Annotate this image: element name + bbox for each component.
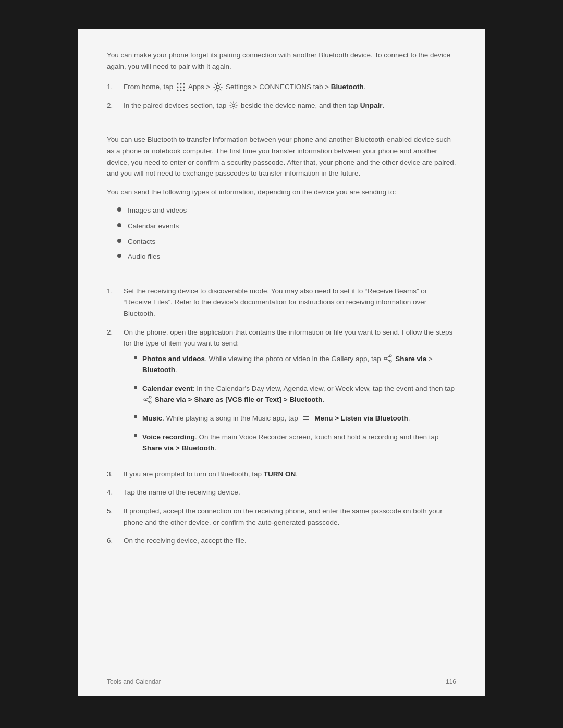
section3-step-1-text: Set the receiving device to discoverable…	[124, 286, 456, 319]
sub-item-music-text: Music. While playing a song in the Music…	[142, 413, 410, 424]
section3-step-3: 3. If you are prompted to turn on Blueto…	[107, 468, 456, 480]
section3-step-1-num: 1.	[107, 286, 124, 319]
section3-step-6-num: 6.	[107, 535, 124, 547]
step-2: 2. In the paired devices section, tap be…	[107, 100, 456, 112]
footer-left: Tools and Calendar	[107, 678, 161, 685]
svg-point-10	[232, 104, 235, 107]
voice-share-label: Share via > Bluetooth	[142, 444, 214, 452]
svg-point-8	[183, 89, 185, 91]
section3-step-1: 1. Set the receiving device to discovera…	[107, 286, 456, 319]
section1-intro: You can make your phone forget its pairi…	[107, 50, 456, 72]
section3-step-2-num: 2.	[107, 327, 124, 461]
section3-step-2: 2. On the phone, open the application th…	[107, 327, 456, 461]
page: You can make your phone forget its pairi…	[78, 29, 485, 696]
step-2-text: In the paired devices section, tap besid…	[124, 100, 456, 112]
voice-bold: Voice recording	[142, 433, 195, 441]
svg-point-13	[389, 360, 391, 362]
turn-on-label: TURN ON	[264, 470, 296, 478]
svg-point-5	[183, 86, 185, 88]
unpair-label: Unpair	[360, 102, 383, 109]
svg-line-19	[146, 398, 149, 399]
sub-item-voice: Voice recording. On the main Voice Recor…	[134, 431, 456, 454]
bullet-text-1: Images and videos	[128, 205, 187, 216]
section3-step-5-num: 5.	[107, 505, 124, 528]
photos-bold: Photos and videos	[142, 355, 205, 363]
section2-bullets: Images and videos Calendar events Contac…	[117, 205, 456, 262]
menu-icon	[301, 415, 311, 422]
divider-2	[107, 273, 456, 286]
svg-point-3	[177, 86, 179, 88]
svg-point-1	[180, 83, 182, 84]
section3-step-4-num: 4.	[107, 487, 124, 498]
footer-right: 116	[446, 678, 456, 685]
step-1-text: From home, tap	[124, 81, 456, 93]
bullet-text-2: Calendar events	[128, 220, 179, 232]
settings-label: Settings	[226, 83, 251, 91]
bullet-dot-2	[117, 223, 121, 227]
svg-point-2	[183, 83, 185, 84]
sub-bullet-1	[134, 356, 137, 359]
svg-line-20	[146, 400, 149, 402]
svg-point-18	[149, 401, 151, 403]
section2-para1: You can use Bluetooth to transfer inform…	[107, 134, 456, 179]
svg-point-11	[389, 355, 391, 357]
bluetooth-end-1: Bluetooth	[142, 366, 175, 374]
bullet-item-1: Images and videos	[117, 205, 456, 216]
share-icon-2	[143, 396, 152, 404]
bullet-item-2: Calendar events	[117, 220, 456, 232]
sub-item-calendar: Calendar event: In the Calendar's Day vi…	[134, 383, 456, 405]
bullet-dot-1	[117, 207, 121, 212]
section3-step-3-text: If you are prompted to turn on Bluetooth…	[124, 468, 456, 480]
section2-para2: You can send the following types of info…	[107, 187, 456, 198]
bullet-dot-4	[117, 254, 121, 258]
sub-bullet-2	[134, 386, 137, 389]
section3-step-3-num: 3.	[107, 468, 124, 480]
svg-point-17	[144, 399, 146, 401]
sub-item-photos: Photos and videos. While viewing the pho…	[134, 353, 456, 376]
sub-item-calendar-text: Calendar event: In the Calendar's Day vi…	[142, 383, 456, 405]
section3-step-5: 5. If prompted, accept the connection on…	[107, 505, 456, 528]
svg-point-4	[180, 86, 182, 88]
bullet-item-3: Contacts	[117, 236, 456, 248]
share-icon-1	[384, 354, 392, 363]
section3-step-4-text: Tap the name of the receiving device.	[124, 487, 456, 498]
music-bold: Music	[142, 414, 162, 422]
section3-step-2-text: On the phone, open the application that …	[124, 327, 456, 461]
menu-label: Menu > Listen via Bluetooth	[314, 414, 408, 422]
bullet-item-4: Audio files	[117, 251, 456, 263]
section3-step-4: 4. Tap the name of the receiving device.	[107, 487, 456, 498]
sub-item-photos-text: Photos and videos. While viewing the pho…	[142, 353, 456, 376]
svg-point-6	[177, 89, 179, 91]
section3-step-6: 6. On the receiving device, accept the f…	[107, 535, 456, 547]
bullet-text-4: Audio files	[128, 251, 160, 263]
svg-line-15	[386, 359, 389, 361]
svg-point-12	[384, 357, 386, 360]
divider-1	[107, 121, 456, 134]
sub-bullet-4	[134, 434, 137, 437]
svg-line-14	[386, 356, 389, 358]
step-2-num: 2.	[107, 100, 124, 112]
share-via-label-1: Share via	[395, 355, 426, 363]
bullet-text-3: Contacts	[128, 236, 155, 248]
settings-icon	[213, 82, 223, 92]
section3-steps: 1. Set the receiving device to discovera…	[107, 286, 456, 547]
bullet-dot-3	[117, 239, 121, 243]
svg-point-0	[177, 83, 179, 84]
svg-point-7	[180, 89, 182, 91]
calendar-bold: Calendar event	[142, 385, 193, 392]
bluetooth-label: Bluetooth	[331, 83, 364, 91]
sub-list: Photos and videos. While viewing the pho…	[134, 353, 456, 454]
sub-item-music: Music. While playing a song in the Music…	[134, 413, 456, 424]
apps-label: Apps	[188, 83, 204, 91]
sub-bullet-3	[134, 415, 137, 418]
section3-step-5-text: If prompted, accept the connection on th…	[124, 505, 456, 528]
share-via-label-2: Share via > Share as [VCS file or Text] …	[155, 396, 323, 403]
svg-point-9	[216, 85, 219, 89]
content: You can make your phone forget its pairi…	[107, 50, 456, 547]
svg-point-16	[149, 396, 151, 398]
footer: Tools and Calendar 116	[107, 678, 456, 685]
step-1-num: 1.	[107, 81, 124, 93]
apps-icon	[176, 82, 186, 92]
gear-small-icon	[229, 101, 238, 109]
sub-item-voice-text: Voice recording. On the main Voice Recor…	[142, 431, 456, 454]
